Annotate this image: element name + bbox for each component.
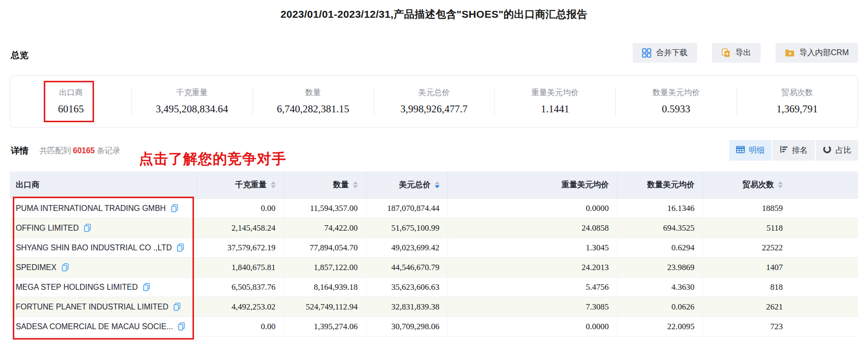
- cell-trade-count: 22522: [703, 238, 858, 258]
- view-detail-label: 明细: [749, 145, 765, 156]
- exporter-name[interactable]: SHYANG SHIN BAO INDUSTRIAL CO .,LTD: [16, 243, 172, 252]
- cell-quantity: 1,395,274.06: [284, 317, 366, 337]
- report-title: 2023/01/01-2023/12/31,产品描述包含"SHOES"的出口商汇…: [0, 7, 868, 21]
- sort-desc-active-icon: [435, 181, 440, 188]
- stat-value: 0.5933: [662, 103, 690, 115]
- match-prefix: 共匹配到: [39, 146, 71, 155]
- table-row: FORTUNE PLANET INDUSTRIAL LIMITED 4,492,…: [10, 297, 858, 317]
- view-share-button[interactable]: 占比: [816, 140, 858, 161]
- cell-weight-unit-price: 0.0000: [448, 317, 617, 337]
- details-heading: 详情: [11, 145, 29, 157]
- export-doc-icon: [721, 48, 731, 58]
- export-button[interactable]: 导出: [712, 43, 761, 63]
- exporter-name[interactable]: SADESA COMERCIAL DE MACAU SOCIE...: [16, 322, 173, 331]
- report-page: 2023/01/01-2023/12/31,产品描述包含"SHOES"的出口商汇…: [0, 0, 868, 343]
- ranking-icon: [780, 145, 788, 155]
- stat-usd-total: 美元总价 3,998,926,477.7: [374, 76, 495, 127]
- table-row: OFFING LIMITED 2,145,458.24 74,422.00 51…: [10, 218, 858, 238]
- copy-icon[interactable]: [177, 243, 184, 252]
- cell-quantity: 524,749,112.94: [284, 297, 366, 317]
- import-crm-button[interactable]: 导入内部CRM: [775, 43, 858, 63]
- cell-quantity: 1,857,122.00: [284, 258, 366, 277]
- cell-usd-total: 44,546,670.79: [366, 258, 448, 277]
- col-header-kg-weight[interactable]: 千克重量: [197, 172, 284, 199]
- cell-qty-unit-price: 0.0626: [617, 297, 703, 317]
- cell-qty-unit-price: 22.0095: [617, 317, 703, 337]
- stat-value: 6,740,282,381.15: [277, 103, 349, 115]
- stat-value: 3,495,208,834.64: [156, 103, 228, 115]
- stat-value: 3,998,926,477.7: [400, 103, 468, 115]
- copy-icon[interactable]: [173, 303, 181, 311]
- cell-kg-weight: 4,492,253.02: [197, 297, 284, 317]
- stat-kg-weight: 千克重量 3,495,208,834.64: [131, 76, 253, 127]
- stat-label: 出口商: [59, 88, 83, 98]
- cell-qty-unit-price: 4.3630: [617, 277, 703, 297]
- exporter-name[interactable]: SPEDIMEX: [16, 263, 57, 272]
- exporter-table: 出口商 千克重量 数量 美元总价 重量: [10, 172, 858, 337]
- sort-icon: [778, 181, 783, 188]
- cell-weight-unit-price: 1.3045: [448, 238, 617, 258]
- exporter-name[interactable]: PUMA INTERNATIONAL TRADING GMBH: [16, 204, 166, 213]
- copy-icon[interactable]: [178, 322, 185, 331]
- cell-usd-total: 187,070,874.44: [366, 199, 448, 218]
- stat-label: 重量美元均价: [531, 88, 579, 98]
- cell-trade-count: 5118: [703, 218, 858, 238]
- sort-icon: [353, 181, 358, 188]
- cell-kg-weight: 1,840,675.81: [197, 258, 284, 277]
- cell-quantity: 74,422.00: [284, 218, 366, 238]
- cell-weight-unit-price: 24.0858: [448, 218, 617, 238]
- cell-usd-total: 35,623,606.63: [366, 277, 448, 297]
- cell-weight-unit-price: 7.3085: [448, 297, 617, 317]
- copy-icon[interactable]: [171, 204, 178, 212]
- cell-kg-weight: 2,145,458.24: [197, 218, 284, 238]
- col-header-trade-count[interactable]: 贸易次数: [703, 172, 858, 199]
- stat-label: 美元总价: [418, 88, 450, 98]
- stat-value: 60165: [58, 103, 84, 115]
- import-folder-icon: [785, 49, 795, 57]
- col-header-weight-unit-price: 重量美元均价: [448, 172, 617, 199]
- cell-weight-unit-price: 5.4756: [448, 277, 617, 297]
- cell-usd-total: 51,675,100.99: [366, 218, 448, 238]
- col-header-quantity[interactable]: 数量: [284, 172, 366, 199]
- view-ranking-button[interactable]: 排名: [772, 140, 815, 161]
- cell-trade-count: 723: [703, 317, 858, 337]
- cell-kg-weight: 6,505,837.76: [197, 277, 284, 297]
- table-row: PUMA INTERNATIONAL TRADING GMBH 0.00 11,…: [10, 199, 858, 218]
- cell-usd-total: 32,831,839.38: [366, 297, 448, 317]
- table-row: SADESA COMERCIAL DE MACAU SOCIE... 0.00 …: [10, 317, 858, 337]
- view-toggle: 明细 排名 占比: [729, 140, 858, 161]
- stat-exporter-count: 出口商 60165: [10, 76, 131, 127]
- copy-icon[interactable]: [84, 224, 91, 232]
- view-share-label: 占比: [836, 145, 851, 156]
- stat-quantity: 数量 6,740,282,381.15: [253, 76, 374, 127]
- cell-qty-unit-price: 694.3525: [617, 218, 703, 238]
- exporter-name[interactable]: FORTUNE PLANET INDUSTRIAL LIMITED: [16, 303, 168, 311]
- pie-icon: [823, 145, 832, 156]
- table-row: MEGA STEP HOLDINGS LIMITED 6,505,837.76 …: [10, 277, 858, 297]
- match-count-text: 共匹配到60165条记录: [39, 146, 121, 156]
- cell-trade-count: 18859: [703, 199, 858, 218]
- view-detail-button[interactable]: 明细: [729, 140, 772, 161]
- col-header-usd-total[interactable]: 美元总价: [366, 172, 448, 199]
- match-count: 60165: [73, 146, 95, 155]
- stat-value: 1,369,791: [776, 103, 818, 115]
- cell-quantity: 77,894,054.70: [284, 238, 366, 258]
- exporter-name[interactable]: OFFING LIMITED: [16, 224, 79, 233]
- cell-kg-weight: 0.00: [197, 317, 284, 337]
- stats-panel: 出口商 60165 千克重量 3,495,208,834.64 数量 6,740…: [10, 75, 858, 128]
- toolbar: 合并下载 导出 导入内部CRM: [633, 43, 858, 63]
- cell-usd-total: 49,023,699.42: [366, 238, 448, 258]
- exporter-name[interactable]: MEGA STEP HOLDINGS LIMITED: [16, 283, 138, 292]
- copy-icon[interactable]: [62, 263, 69, 272]
- table-row: SPEDIMEX 1,840,675.81 1,857,122.00 44,54…: [10, 258, 858, 277]
- annotation-competitors-text: 点击了解您的竞争对手: [139, 149, 287, 169]
- annotation-box-exporter-stat: [44, 81, 94, 122]
- table-row: SHYANG SHIN BAO INDUSTRIAL CO .,LTD 37,5…: [10, 238, 858, 258]
- stat-label: 千克重量: [176, 88, 208, 98]
- copy-icon[interactable]: [143, 283, 150, 291]
- merge-download-button[interactable]: 合并下载: [633, 43, 697, 63]
- cell-trade-count: 818: [703, 277, 858, 297]
- cell-qty-unit-price: 23.9869: [617, 258, 703, 277]
- match-suffix: 条记录: [97, 146, 121, 155]
- cell-kg-weight: 0.00: [197, 199, 284, 218]
